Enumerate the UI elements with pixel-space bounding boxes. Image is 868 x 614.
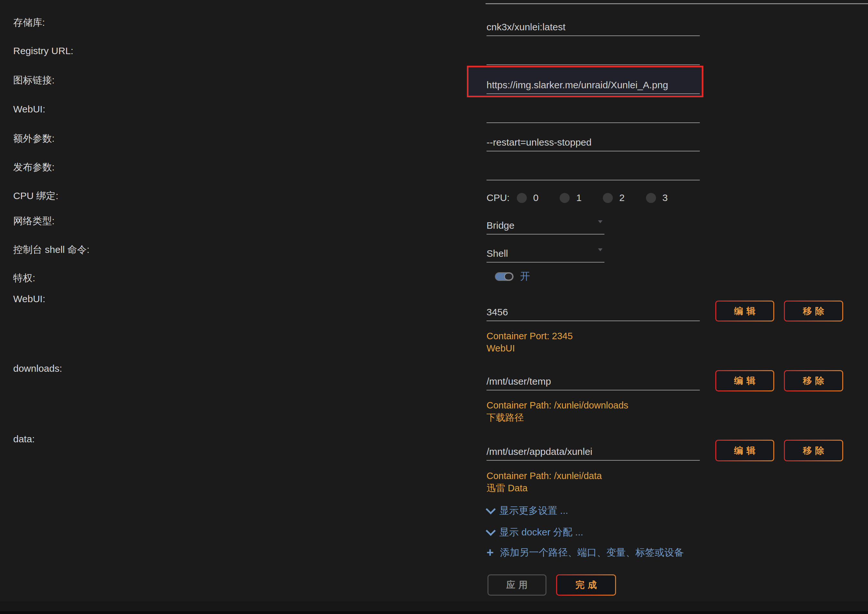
field-label-icon-url: 图标链接: (13, 74, 54, 87)
edit-data-button[interactable]: 编辑 (715, 440, 774, 461)
field-label-downloads: downloads: (13, 362, 62, 375)
field-label-extra-params: 额外参数: (13, 132, 54, 145)
show-docker-allocation-label: 显示 docker 分配 ... (499, 526, 583, 539)
show-more-settings-label: 显示更多设置 ... (499, 504, 568, 517)
cpu-option-3-label: 3 (662, 192, 668, 203)
port-note-line1: Container Port: 2345 (487, 330, 573, 342)
cpu-option-2[interactable]: 2 (603, 192, 625, 203)
webui-template-input[interactable] (487, 105, 700, 123)
plus-icon (487, 546, 496, 560)
field-label-webui-port: WebUI: (13, 293, 45, 305)
add-another-link[interactable]: 添加另一个路径、端口、变量、标签或设备 (487, 547, 684, 558)
cpu-option-2-label: 2 (619, 192, 625, 203)
cpu-checkbox-0[interactable] (517, 193, 527, 203)
data-path-input[interactable]: /mnt/user/appdata/xunlei (487, 443, 700, 460)
bottom-taskbar (0, 611, 868, 614)
cpu-row-label: CPU: (487, 192, 510, 203)
port-note-line2: WebUI (487, 342, 573, 354)
dropdown-caret-icon (598, 220, 603, 223)
icon-url-input[interactable]: https://img.slarker.me/unraid/Xunlei_A.p… (487, 77, 700, 94)
field-label-cpu-pinning: CPU 绑定: (13, 189, 58, 202)
cpu-option-3[interactable]: 3 (646, 192, 668, 203)
data-note-line2: 迅雷 Data (487, 482, 602, 494)
remove-downloads-button[interactable]: 移除 (784, 370, 843, 391)
top-divider (485, 3, 868, 4)
cpu-option-1[interactable]: 1 (560, 192, 581, 203)
data-note-line1: Container Path: /xunlei/data (487, 470, 602, 482)
webui-port-input[interactable]: 3456 (487, 304, 700, 321)
publish-params-input[interactable] (487, 163, 700, 180)
field-label-privileged: 特权: (13, 271, 35, 284)
console-shell-select[interactable]: Shell (487, 245, 604, 262)
field-label-network-type: 网络类型: (13, 214, 54, 228)
repository-input[interactable]: cnk3x/xunlei:latest (487, 19, 700, 36)
privileged-toggle-state: 开 (520, 271, 530, 282)
field-label-registry-url: Registry URL: (13, 45, 73, 57)
registry-url-input[interactable] (487, 48, 700, 65)
add-another-label: 添加另一个路径、端口、变量、标签或设备 (500, 546, 684, 559)
data-note: Container Path: /xunlei/data 迅雷 Data (487, 470, 602, 494)
field-label-publish-params: 发布参数: (13, 161, 54, 174)
downloads-note-line1: Container Path: /xunlei/downloads (487, 399, 628, 411)
field-label-webui: WebUI: (13, 103, 45, 116)
cpu-checkbox-3[interactable] (646, 193, 656, 203)
cpu-checkbox-1[interactable] (560, 193, 570, 203)
cpu-option-1-label: 1 (576, 192, 581, 203)
docker-container-edit-page: 存储库: Registry URL: 图标链接: WebUI: 额外参数: 发布… (0, 0, 868, 614)
remove-data-button[interactable]: 移除 (784, 440, 843, 461)
cpu-option-0[interactable]: 0 (517, 192, 539, 203)
cpu-pinning-row: CPU: 0 1 2 3 (487, 192, 689, 204)
footer-band (0, 602, 868, 611)
field-label-console-shell: 控制台 shell 命令: (13, 243, 90, 256)
chevron-down-icon (485, 504, 496, 514)
network-type-select[interactable]: Bridge (487, 217, 604, 234)
show-docker-allocation-link[interactable]: 显示 docker 分配 ... (487, 527, 583, 538)
edit-downloads-button[interactable]: 编辑 (715, 370, 774, 391)
downloads-note-line2: 下载路径 (487, 411, 628, 423)
cpu-option-0-label: 0 (533, 192, 539, 203)
network-type-value: Bridge (487, 220, 515, 231)
chevron-down-icon (485, 526, 496, 536)
toggle-knob (504, 273, 513, 280)
cpu-checkbox-2[interactable] (603, 193, 613, 203)
remove-port-button[interactable]: 移除 (784, 301, 843, 321)
show-more-settings-link[interactable]: 显示更多设置 ... (487, 505, 568, 516)
privileged-toggle[interactable] (495, 272, 514, 281)
done-button[interactable]: 完成 (556, 574, 616, 595)
port-note: Container Port: 2345 WebUI (487, 330, 573, 354)
field-label-data: data: (13, 433, 35, 445)
apply-button[interactable]: 应用 (487, 574, 546, 595)
downloads-path-input[interactable]: /mnt/user/temp (487, 373, 700, 391)
field-label-repository: 存储库: (13, 16, 45, 29)
console-shell-value: Shell (487, 248, 508, 259)
dropdown-caret-icon (598, 248, 603, 251)
downloads-note: Container Path: /xunlei/downloads 下载路径 (487, 399, 628, 423)
extra-params-input[interactable]: --restart=unless-stopped (487, 134, 700, 151)
edit-port-button[interactable]: 编辑 (715, 301, 774, 321)
